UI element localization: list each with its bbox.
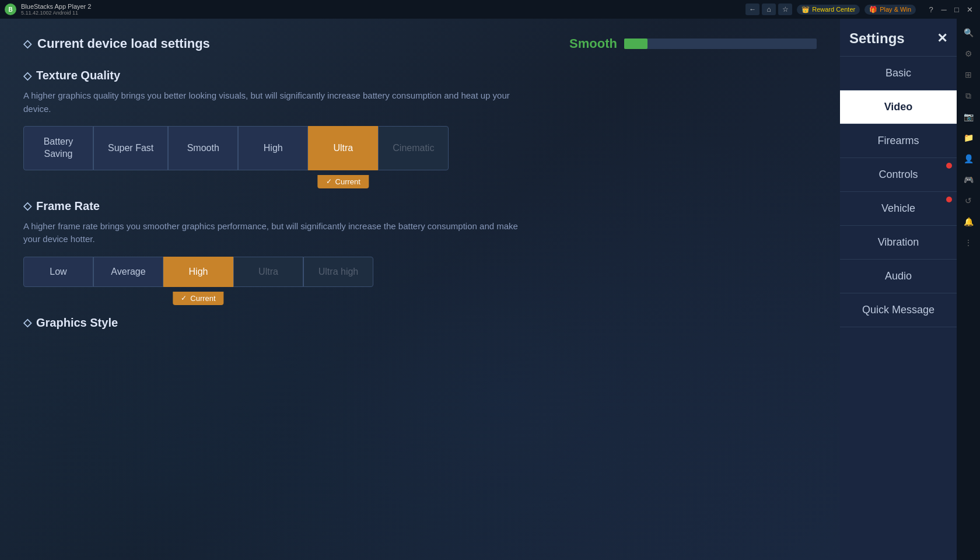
settings-title: Settings	[849, 30, 905, 47]
settings-nav-vibration[interactable]: Vibration	[840, 226, 957, 260]
texture-diamond-icon: ◇	[23, 69, 32, 82]
graphics-diamond-icon: ◇	[23, 316, 32, 329]
settings-nav-audio[interactable]: Audio	[840, 260, 957, 293]
reward-icon: 👑	[802, 6, 810, 13]
frame-rate-section: ◇ Frame Rate A higher frame rate brings …	[23, 200, 817, 287]
settings-nav-vibration-label: Vibration	[878, 236, 919, 249]
graphics-style-title: Graphics Style	[36, 316, 118, 330]
strip-more-btn[interactable]: ⋮	[959, 233, 978, 252]
frame-rate-desc: A higher frame rate brings you smoother …	[23, 220, 519, 246]
settings-nav-basic[interactable]: Basic	[840, 57, 957, 90]
frame-ultra-btn[interactable]: Ultra	[233, 257, 303, 287]
frame-current-text: Current	[190, 294, 215, 303]
frame-current-label: ✓ Current	[173, 292, 223, 305]
settings-nav-quick-message-label: Quick Message	[862, 304, 935, 316]
texture-current-text: Current	[335, 177, 360, 186]
play-win[interactable]: 🎁 Play & Win	[864, 5, 916, 15]
graphics-style-section: ◇ Graphics Style	[23, 316, 817, 330]
home-button[interactable]: ⌂	[762, 4, 776, 15]
texture-current-label: ✓ Current	[318, 175, 369, 188]
titlebar: B BlueStacks App Player 2 5.11.42.1002 A…	[0, 0, 980, 19]
titlebar-controls: ? ─ □ ✕	[925, 4, 975, 15]
settings-close-button[interactable]: ✕	[937, 31, 947, 46]
settings-nav-vehicle-label: Vehicle	[881, 202, 915, 215]
frame-diamond-icon: ◇	[23, 200, 32, 212]
strip-folder-btn[interactable]: 📁	[959, 128, 978, 147]
app-logo: B	[5, 4, 16, 15]
texture-quality-options: Battery Saving Super Fast Smooth High Ul…	[23, 126, 817, 170]
settings-nav-audio-label: Audio	[885, 270, 912, 282]
load-indicator: Smooth	[569, 36, 817, 51]
strip-grid-btn[interactable]: ⊞	[959, 65, 978, 84]
device-load-label: Current device load settings	[37, 36, 210, 51]
settings-panel: Settings ✕ Basic Video Firearms Controls…	[840, 19, 957, 560]
strip-camera-btn[interactable]: 📷	[959, 107, 978, 126]
settings-nav-basic-label: Basic	[886, 67, 911, 79]
play-win-label: Play & Win	[880, 6, 911, 13]
texture-quality-section: ◇ Texture Quality A higher graphics qual…	[23, 69, 817, 170]
device-load-section: ◇ Current device load settings Smooth	[23, 36, 817, 51]
settings-nav-vehicle[interactable]: Vehicle	[840, 192, 957, 226]
strip-gear-btn[interactable]: ⚙	[959, 44, 978, 63]
frame-low-btn[interactable]: Low	[23, 257, 93, 287]
frame-rate-options: Low Average High ✓ Current Ultra Ultra h…	[23, 257, 817, 287]
diamond-icon: ◇	[23, 37, 32, 50]
strip-person-btn[interactable]: 👤	[959, 149, 978, 168]
controls-red-dot	[946, 163, 952, 169]
texture-ultra-btn[interactable]: Ultra ✓ Current	[308, 126, 378, 170]
reward-center[interactable]: 👑 Reward Center	[797, 5, 860, 15]
settings-nav: Basic Video Firearms Controls Vehicle Vi…	[840, 57, 957, 560]
vehicle-red-dot	[946, 197, 952, 202]
settings-header: Settings ✕	[840, 19, 957, 57]
settings-nav-firearms[interactable]: Firearms	[840, 124, 957, 158]
device-load-title: ◇ Current device load settings	[23, 36, 210, 51]
settings-nav-controls[interactable]: Controls	[840, 158, 957, 192]
app-name: BlueStacks App Player 2 5.11.42.1002 And…	[21, 3, 746, 16]
content-inner: ◇ Current device load settings Smooth ◇ …	[23, 36, 817, 330]
settings-nav-video-label: Video	[884, 101, 913, 113]
bookmark-button[interactable]: ☆	[778, 4, 792, 15]
help-button[interactable]: ?	[925, 4, 937, 15]
texture-cinematic-btn[interactable]: Cinematic	[378, 126, 449, 170]
maximize-button[interactable]: □	[951, 4, 963, 15]
texture-smooth-btn[interactable]: Smooth	[168, 126, 238, 170]
texture-quality-heading: ◇ Texture Quality	[23, 69, 817, 82]
strip-gamepad-btn[interactable]: 🎮	[959, 170, 978, 189]
settings-nav-quick-message[interactable]: Quick Message	[840, 293, 957, 327]
frame-average-btn[interactable]: Average	[93, 257, 163, 287]
icon-strip: 🔍 ⚙ ⊞ ⧉ 📷 📁 👤 🎮 ↺ 🔔 ⋮	[957, 19, 980, 560]
frame-check-icon: ✓	[181, 294, 187, 302]
strip-layers-btn[interactable]: ⧉	[959, 86, 978, 105]
frame-ultra-high-btn[interactable]: Ultra high	[303, 257, 373, 287]
reward-label: Reward Center	[812, 6, 855, 13]
main-content: ◇ Current device load settings Smooth ◇ …	[0, 19, 840, 560]
minimize-button[interactable]: ─	[938, 4, 950, 15]
texture-quality-desc: A higher graphics quality brings you bet…	[23, 89, 519, 116]
settings-nav-firearms-label: Firearms	[878, 135, 919, 147]
frame-high-btn[interactable]: High ✓ Current	[163, 257, 233, 287]
frame-rate-heading: ◇ Frame Rate	[23, 200, 817, 213]
back-button[interactable]: ←	[746, 4, 760, 15]
close-button[interactable]: ✕	[964, 4, 975, 15]
strip-search-btn[interactable]: 🔍	[959, 23, 978, 42]
texture-superfast-btn[interactable]: Super Fast	[93, 126, 168, 170]
settings-nav-video[interactable]: Video	[840, 90, 957, 124]
texture-quality-title: Texture Quality	[36, 69, 120, 82]
load-bar-container	[624, 38, 817, 49]
load-value: Smooth	[569, 36, 617, 51]
frame-rate-title: Frame Rate	[36, 200, 100, 213]
load-bar	[624, 38, 648, 49]
texture-battery-saving-btn[interactable]: Battery Saving	[23, 126, 93, 170]
strip-notification-btn[interactable]: 🔔	[959, 212, 978, 231]
settings-nav-controls-label: Controls	[878, 169, 918, 181]
graphics-style-heading: ◇ Graphics Style	[23, 316, 817, 330]
strip-refresh-btn[interactable]: ↺	[959, 191, 978, 210]
texture-high-btn[interactable]: High	[238, 126, 308, 170]
play-win-icon: 🎁	[869, 6, 877, 13]
texture-check-icon: ✓	[326, 177, 332, 186]
titlebar-right: 👑 Reward Center 🎁 Play & Win ? ─ □ ✕	[797, 4, 975, 15]
titlebar-nav: ← ⌂ ☆	[746, 4, 792, 15]
